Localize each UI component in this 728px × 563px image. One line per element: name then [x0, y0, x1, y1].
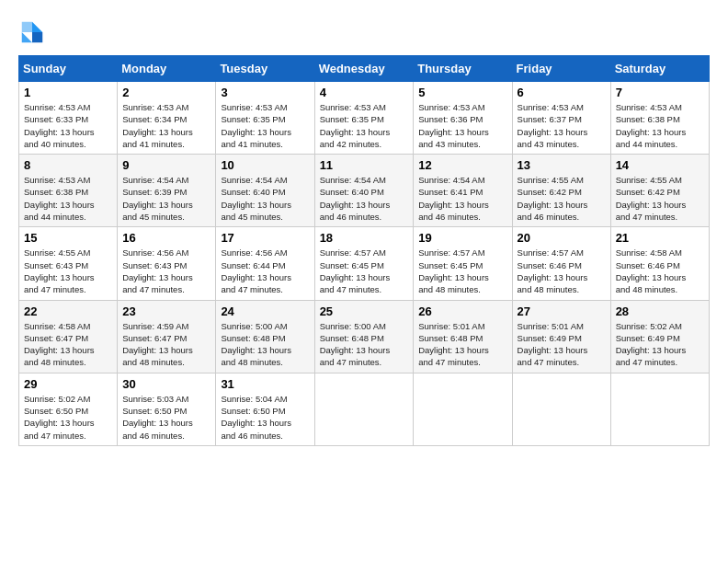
- day-info: Sunrise: 4:54 AMSunset: 6:40 PMDaylight:…: [221, 174, 309, 223]
- day-number: 8: [24, 158, 112, 172]
- calendar-day-cell: 13Sunrise: 4:55 AMSunset: 6:42 PMDayligh…: [512, 155, 610, 227]
- day-info: Sunrise: 4:54 AMSunset: 6:41 PMDaylight:…: [418, 174, 506, 223]
- calendar-day-cell: 29Sunrise: 5:02 AMSunset: 6:50 PMDayligh…: [19, 373, 118, 445]
- day-info: Sunrise: 5:02 AMSunset: 6:49 PMDaylight:…: [616, 320, 704, 369]
- day-number: 29: [24, 377, 112, 391]
- empty-cell: [414, 373, 512, 445]
- day-info: Sunrise: 4:53 AMSunset: 6:35 PMDaylight:…: [320, 101, 409, 150]
- calendar-week-row: 8Sunrise: 4:53 AMSunset: 6:38 PMDaylight…: [19, 155, 710, 227]
- day-info: Sunrise: 4:57 AMSunset: 6:45 PMDaylight:…: [418, 247, 506, 295]
- calendar-day-cell: 4Sunrise: 4:53 AMSunset: 6:35 PMDaylight…: [314, 82, 414, 155]
- calendar-day-cell: 14Sunrise: 4:55 AMSunset: 6:42 PMDayligh…: [610, 155, 709, 227]
- header-tuesday: Tuesday: [216, 56, 314, 82]
- day-info: Sunrise: 4:55 AMSunset: 6:42 PMDaylight:…: [616, 174, 704, 223]
- day-number: 5: [418, 86, 506, 99]
- day-number: 28: [616, 304, 704, 318]
- day-number: 23: [122, 304, 210, 318]
- day-info: Sunrise: 4:53 AMSunset: 6:38 PMDaylight:…: [616, 101, 704, 150]
- day-info: Sunrise: 4:55 AMSunset: 6:42 PMDaylight:…: [518, 174, 606, 223]
- day-info: Sunrise: 4:53 AMSunset: 6:38 PMDaylight:…: [24, 174, 112, 223]
- day-info: Sunrise: 4:58 AMSunset: 6:47 PMDaylight:…: [24, 320, 112, 369]
- day-info: Sunrise: 4:54 AMSunset: 6:39 PMDaylight:…: [122, 174, 210, 223]
- svg-marker-0: [32, 22, 42, 32]
- calendar-day-cell: 25Sunrise: 5:00 AMSunset: 6:48 PMDayligh…: [314, 300, 414, 373]
- day-number: 18: [320, 231, 409, 245]
- calendar-day-cell: 8Sunrise: 4:53 AMSunset: 6:38 PMDaylight…: [19, 155, 118, 227]
- day-number: 9: [122, 158, 210, 172]
- calendar-day-cell: 16Sunrise: 4:56 AMSunset: 6:43 PMDayligh…: [118, 227, 216, 300]
- day-number: 25: [320, 304, 409, 318]
- calendar-day-cell: 31Sunrise: 5:04 AMSunset: 6:50 PMDayligh…: [216, 373, 314, 445]
- calendar: SundayMondayTuesdayWednesdayThursdayFrid…: [18, 55, 710, 446]
- calendar-day-cell: 1Sunrise: 4:53 AMSunset: 6:33 PMDaylight…: [19, 82, 118, 155]
- logo-icon: [18, 18, 46, 46]
- calendar-day-cell: 20Sunrise: 4:57 AMSunset: 6:46 PMDayligh…: [512, 227, 610, 300]
- calendar-day-cell: 5Sunrise: 4:53 AMSunset: 6:36 PMDaylight…: [414, 82, 512, 155]
- day-number: 31: [221, 377, 309, 391]
- day-number: 19: [418, 231, 506, 245]
- day-number: 10: [221, 158, 309, 172]
- day-number: 4: [320, 86, 409, 99]
- day-info: Sunrise: 5:04 AMSunset: 6:50 PMDaylight:…: [221, 393, 309, 442]
- calendar-day-cell: 6Sunrise: 4:53 AMSunset: 6:37 PMDaylight…: [512, 82, 610, 155]
- calendar-day-cell: 11Sunrise: 4:54 AMSunset: 6:40 PMDayligh…: [314, 155, 414, 227]
- day-number: 27: [518, 304, 606, 318]
- svg-marker-2: [22, 22, 32, 32]
- calendar-day-cell: 15Sunrise: 4:55 AMSunset: 6:43 PMDayligh…: [19, 227, 118, 300]
- header-thursday: Thursday: [414, 56, 512, 82]
- day-info: Sunrise: 4:58 AMSunset: 6:46 PMDaylight:…: [616, 247, 704, 295]
- calendar-day-cell: 22Sunrise: 4:58 AMSunset: 6:47 PMDayligh…: [19, 300, 118, 373]
- logo: [18, 18, 50, 46]
- calendar-week-row: 22Sunrise: 4:58 AMSunset: 6:47 PMDayligh…: [19, 300, 710, 373]
- day-number: 11: [320, 158, 409, 172]
- day-number: 26: [418, 304, 506, 318]
- day-info: Sunrise: 5:01 AMSunset: 6:49 PMDaylight:…: [518, 320, 606, 369]
- day-number: 24: [221, 304, 309, 318]
- svg-marker-1: [32, 32, 42, 42]
- day-info: Sunrise: 5:00 AMSunset: 6:48 PMDaylight:…: [221, 320, 309, 369]
- day-info: Sunrise: 4:56 AMSunset: 6:43 PMDaylight:…: [122, 247, 210, 295]
- day-info: Sunrise: 4:54 AMSunset: 6:40 PMDaylight:…: [320, 174, 409, 223]
- calendar-day-cell: 23Sunrise: 4:59 AMSunset: 6:47 PMDayligh…: [118, 300, 216, 373]
- header-sunday: Sunday: [19, 56, 118, 82]
- calendar-day-cell: 9Sunrise: 4:54 AMSunset: 6:39 PMDaylight…: [118, 155, 216, 227]
- day-info: Sunrise: 4:57 AMSunset: 6:45 PMDaylight:…: [320, 247, 409, 295]
- day-number: 30: [122, 377, 210, 391]
- day-number: 13: [518, 158, 606, 172]
- day-number: 1: [24, 86, 112, 99]
- day-info: Sunrise: 4:53 AMSunset: 6:36 PMDaylight:…: [418, 101, 506, 150]
- day-info: Sunrise: 5:01 AMSunset: 6:48 PMDaylight:…: [418, 320, 506, 369]
- svg-marker-3: [22, 32, 32, 42]
- calendar-day-cell: 18Sunrise: 4:57 AMSunset: 6:45 PMDayligh…: [314, 227, 414, 300]
- calendar-day-cell: 26Sunrise: 5:01 AMSunset: 6:48 PMDayligh…: [414, 300, 512, 373]
- day-number: 20: [518, 231, 606, 245]
- calendar-week-row: 29Sunrise: 5:02 AMSunset: 6:50 PMDayligh…: [19, 373, 710, 445]
- day-number: 6: [518, 86, 606, 99]
- calendar-week-row: 1Sunrise: 4:53 AMSunset: 6:33 PMDaylight…: [19, 82, 710, 155]
- header-monday: Monday: [118, 56, 216, 82]
- day-info: Sunrise: 4:53 AMSunset: 6:34 PMDaylight:…: [122, 101, 210, 150]
- empty-cell: [314, 373, 414, 445]
- header-friday: Friday: [512, 56, 610, 82]
- calendar-day-cell: 12Sunrise: 4:54 AMSunset: 6:41 PMDayligh…: [414, 155, 512, 227]
- day-info: Sunrise: 4:57 AMSunset: 6:46 PMDaylight:…: [518, 247, 606, 295]
- day-info: Sunrise: 4:56 AMSunset: 6:44 PMDaylight:…: [221, 247, 309, 295]
- header-saturday: Saturday: [610, 56, 709, 82]
- calendar-day-cell: 3Sunrise: 4:53 AMSunset: 6:35 PMDaylight…: [216, 82, 314, 155]
- calendar-day-cell: 28Sunrise: 5:02 AMSunset: 6:49 PMDayligh…: [610, 300, 709, 373]
- day-info: Sunrise: 5:02 AMSunset: 6:50 PMDaylight:…: [24, 393, 112, 442]
- calendar-day-cell: 2Sunrise: 4:53 AMSunset: 6:34 PMDaylight…: [118, 82, 216, 155]
- day-number: 15: [24, 231, 112, 245]
- header-wednesday: Wednesday: [314, 56, 414, 82]
- empty-cell: [610, 373, 709, 445]
- calendar-header-row: SundayMondayTuesdayWednesdayThursdayFrid…: [19, 56, 710, 82]
- day-info: Sunrise: 4:53 AMSunset: 6:33 PMDaylight:…: [24, 101, 112, 150]
- day-info: Sunrise: 4:59 AMSunset: 6:47 PMDaylight:…: [122, 320, 210, 369]
- calendar-day-cell: 17Sunrise: 4:56 AMSunset: 6:44 PMDayligh…: [216, 227, 314, 300]
- day-info: Sunrise: 5:00 AMSunset: 6:48 PMDaylight:…: [320, 320, 409, 369]
- page-header: [18, 18, 710, 46]
- calendar-day-cell: 19Sunrise: 4:57 AMSunset: 6:45 PMDayligh…: [414, 227, 512, 300]
- day-number: 21: [616, 231, 704, 245]
- calendar-day-cell: 10Sunrise: 4:54 AMSunset: 6:40 PMDayligh…: [216, 155, 314, 227]
- day-info: Sunrise: 4:53 AMSunset: 6:37 PMDaylight:…: [518, 101, 606, 150]
